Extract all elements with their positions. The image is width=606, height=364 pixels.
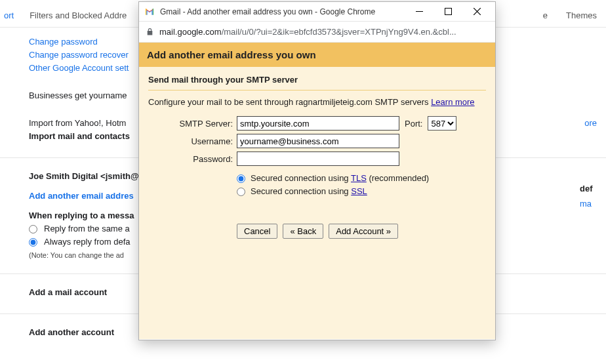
tab-themes[interactable]: Themes [566, 10, 597, 20]
tab-import-fragment[interactable]: ort [0, 10, 14, 20]
radio-reply-same[interactable] [29, 225, 37, 233]
window-close-button[interactable] [462, 3, 491, 21]
radio-always-reply[interactable] [29, 238, 37, 247]
link-tls[interactable]: TLS [351, 173, 367, 183]
window-minimize-button[interactable] [405, 3, 434, 21]
label-smtp: SMTP Server: [148, 119, 237, 129]
dialog-subheader: Send mail through your SMTP server [148, 73, 486, 91]
fragment-ore[interactable]: ore [584, 118, 597, 128]
address-url[interactable]: mail.google.com/mail/u/0/?ui=2&ik=ebfcfd… [159, 27, 489, 37]
select-port[interactable]: 587 [428, 116, 456, 131]
window-title: Gmail - Add another email address you ow… [160, 7, 405, 16]
label-port: Port: [405, 119, 422, 129]
svg-rect-1 [445, 9, 451, 15]
chrome-popup-window: Gmail - Add another email address you ow… [138, 1, 496, 340]
cancel-button[interactable]: Cancel [237, 224, 277, 239]
label-reply-same: Reply from the same a [44, 222, 130, 235]
tab-filters[interactable]: Filters and Blocked Addre [30, 10, 127, 20]
dialog-header: Add another email address you own [139, 43, 495, 67]
gmail-favicon-icon [144, 7, 155, 17]
input-smtp-server[interactable] [237, 116, 399, 131]
radio-ssl-label: Secured connection using SSL [251, 185, 367, 198]
dialog-body: Send mail through your SMTP server Confi… [139, 67, 495, 339]
label-username: Username: [148, 136, 237, 146]
right-column-fragments: ore def ma [580, 184, 606, 209]
radio-ssl[interactable] [237, 188, 245, 196]
configure-prefix: Configure your mail to be sent through r… [148, 97, 431, 107]
link-learn-more[interactable]: Learn more [431, 97, 474, 107]
back-button[interactable]: « Back [283, 224, 323, 239]
connection-radio-group: Secured connection using TLS (recommende… [237, 169, 486, 198]
label-password: Password: [148, 154, 237, 164]
input-username[interactable] [237, 134, 399, 148]
radio-tls[interactable] [237, 174, 245, 183]
window-titlebar: Gmail - Add another email address you ow… [139, 2, 495, 22]
lock-icon [146, 28, 154, 36]
svg-rect-0 [416, 11, 423, 12]
tab-fragment-e[interactable]: e [543, 10, 548, 20]
window-maximize-button[interactable] [434, 3, 462, 21]
add-account-button[interactable]: Add Account » [329, 224, 398, 239]
url-domain: mail.google.com [159, 27, 222, 37]
url-path: /mail/u/0/?ui=2&ik=ebfcfd3573&jsver=XTPn… [222, 27, 456, 37]
label-always-reply: Always reply from defa [44, 235, 131, 249]
input-password[interactable] [237, 152, 399, 166]
fragment-ma[interactable]: ma [580, 199, 606, 209]
link-ssl[interactable]: SSL [351, 186, 367, 196]
configure-text: Configure your mail to be sent through r… [148, 97, 486, 107]
radio-tls-label: Secured connection using TLS (recommende… [251, 172, 429, 185]
fragment-def: def [580, 184, 606, 193]
address-bar: mail.google.com/mail/u/0/?ui=2&ik=ebfcfd… [139, 22, 495, 43]
